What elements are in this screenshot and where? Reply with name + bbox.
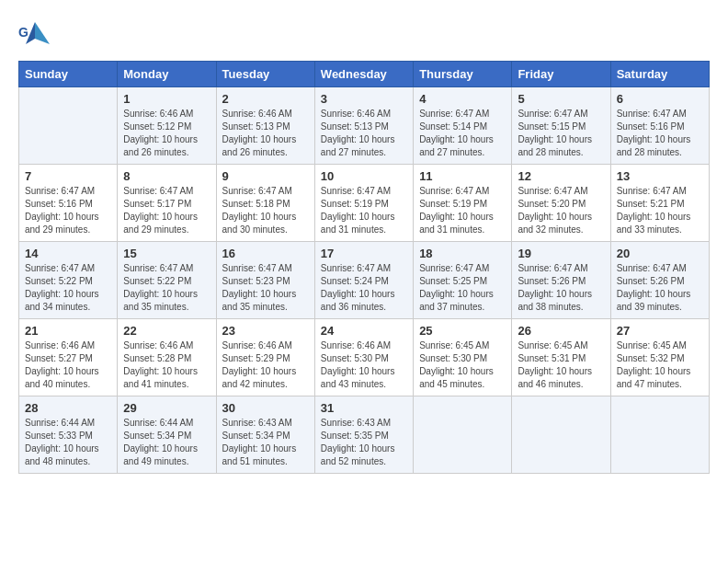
day-info: Sunrise: 6:47 AM Sunset: 5:26 PM Dayligh…: [617, 262, 703, 314]
day-number: 30: [222, 401, 309, 415]
day-number: 31: [321, 401, 407, 415]
day-number: 9: [222, 169, 309, 183]
calendar-cell: [610, 396, 709, 474]
day-number: 18: [419, 247, 506, 260]
calendar-cell: 26Sunrise: 6:45 AM Sunset: 5:31 PM Dayli…: [512, 319, 610, 396]
day-info: Sunrise: 6:47 AM Sunset: 5:18 PM Dayligh…: [222, 185, 309, 236]
calendar-week-row: 7Sunrise: 6:47 AM Sunset: 5:16 PM Daylig…: [19, 165, 710, 242]
day-number: 12: [518, 169, 604, 183]
calendar-header-friday: Friday: [512, 62, 610, 87]
day-number: 10: [321, 169, 407, 183]
calendar-header-sunday: Sunday: [19, 62, 118, 87]
calendar-cell: 23Sunrise: 6:46 AM Sunset: 5:29 PM Dayli…: [216, 319, 314, 396]
day-number: 8: [123, 169, 210, 183]
calendar-cell: 20Sunrise: 6:47 AM Sunset: 5:26 PM Dayli…: [610, 242, 709, 319]
calendar-cell: 30Sunrise: 6:43 AM Sunset: 5:34 PM Dayli…: [216, 396, 314, 474]
calendar-cell: 27Sunrise: 6:45 AM Sunset: 5:32 PM Dayli…: [610, 319, 709, 396]
calendar-cell: 14Sunrise: 6:47 AM Sunset: 5:22 PM Dayli…: [19, 242, 118, 319]
day-info: Sunrise: 6:47 AM Sunset: 5:17 PM Dayligh…: [123, 185, 210, 236]
calendar-cell: 22Sunrise: 6:46 AM Sunset: 5:28 PM Dayli…: [118, 319, 216, 396]
day-info: Sunrise: 6:47 AM Sunset: 5:16 PM Dayligh…: [617, 108, 703, 159]
calendar-cell: 13Sunrise: 6:47 AM Sunset: 5:21 PM Dayli…: [610, 165, 709, 242]
day-info: Sunrise: 6:47 AM Sunset: 5:21 PM Dayligh…: [617, 185, 703, 236]
day-number: 21: [25, 324, 111, 338]
calendar-cell: 16Sunrise: 6:47 AM Sunset: 5:23 PM Dayli…: [216, 242, 314, 319]
calendar-cell: 25Sunrise: 6:45 AM Sunset: 5:30 PM Dayli…: [414, 319, 512, 396]
calendar-cell: 29Sunrise: 6:44 AM Sunset: 5:34 PM Dayli…: [118, 396, 216, 474]
day-number: 26: [518, 324, 604, 338]
day-number: 7: [25, 169, 111, 183]
calendar-cell: 8Sunrise: 6:47 AM Sunset: 5:17 PM Daylig…: [118, 165, 216, 242]
calendar-header-saturday: Saturday: [610, 62, 709, 87]
logo: G: [18, 18, 55, 52]
day-info: Sunrise: 6:47 AM Sunset: 5:19 PM Dayligh…: [419, 185, 506, 236]
calendar-cell: 5Sunrise: 6:47 AM Sunset: 5:15 PM Daylig…: [512, 87, 610, 165]
day-info: Sunrise: 6:47 AM Sunset: 5:24 PM Dayligh…: [321, 262, 407, 314]
day-info: Sunrise: 6:46 AM Sunset: 5:12 PM Dayligh…: [123, 108, 210, 159]
calendar-header-wednesday: Wednesday: [314, 62, 413, 87]
calendar-cell: 19Sunrise: 6:47 AM Sunset: 5:26 PM Dayli…: [512, 242, 610, 319]
day-info: Sunrise: 6:43 AM Sunset: 5:35 PM Dayligh…: [321, 417, 407, 468]
day-info: Sunrise: 6:47 AM Sunset: 5:22 PM Dayligh…: [25, 262, 111, 314]
day-number: 17: [321, 247, 407, 260]
calendar-cell: 21Sunrise: 6:46 AM Sunset: 5:27 PM Dayli…: [19, 319, 118, 396]
calendar-week-row: 28Sunrise: 6:44 AM Sunset: 5:33 PM Dayli…: [19, 396, 710, 474]
day-number: 5: [518, 92, 604, 106]
day-info: Sunrise: 6:47 AM Sunset: 5:20 PM Dayligh…: [518, 185, 604, 236]
day-info: Sunrise: 6:46 AM Sunset: 5:27 PM Dayligh…: [25, 339, 111, 391]
day-info: Sunrise: 6:47 AM Sunset: 5:14 PM Dayligh…: [419, 108, 506, 159]
calendar-cell: 18Sunrise: 6:47 AM Sunset: 5:25 PM Dayli…: [414, 242, 512, 319]
calendar-cell: [414, 396, 512, 474]
day-info: Sunrise: 6:46 AM Sunset: 5:28 PM Dayligh…: [123, 339, 210, 391]
calendar-cell: 4Sunrise: 6:47 AM Sunset: 5:14 PM Daylig…: [414, 87, 512, 165]
calendar-cell: 3Sunrise: 6:46 AM Sunset: 5:13 PM Daylig…: [314, 87, 413, 165]
day-number: 28: [25, 401, 111, 415]
day-number: 24: [321, 324, 407, 338]
calendar-week-row: 21Sunrise: 6:46 AM Sunset: 5:27 PM Dayli…: [19, 319, 710, 396]
day-number: 11: [419, 169, 506, 183]
calendar-cell: 17Sunrise: 6:47 AM Sunset: 5:24 PM Dayli…: [314, 242, 413, 319]
day-number: 3: [321, 92, 407, 106]
day-number: 15: [123, 247, 210, 260]
day-info: Sunrise: 6:46 AM Sunset: 5:13 PM Dayligh…: [321, 108, 407, 159]
calendar-cell: 24Sunrise: 6:46 AM Sunset: 5:30 PM Dayli…: [314, 319, 413, 396]
calendar-cell: 28Sunrise: 6:44 AM Sunset: 5:33 PM Dayli…: [19, 396, 118, 474]
day-info: Sunrise: 6:44 AM Sunset: 5:34 PM Dayligh…: [123, 417, 210, 468]
day-number: 4: [419, 92, 506, 106]
day-number: 22: [123, 324, 210, 338]
calendar-cell: 6Sunrise: 6:47 AM Sunset: 5:16 PM Daylig…: [610, 87, 709, 165]
day-info: Sunrise: 6:47 AM Sunset: 5:22 PM Dayligh…: [123, 262, 210, 314]
day-number: 6: [617, 92, 703, 106]
calendar-cell: 2Sunrise: 6:46 AM Sunset: 5:13 PM Daylig…: [216, 87, 314, 165]
header: G: [18, 18, 710, 52]
calendar-cell: 11Sunrise: 6:47 AM Sunset: 5:19 PM Dayli…: [414, 165, 512, 242]
svg-text:G: G: [18, 25, 28, 40]
day-info: Sunrise: 6:47 AM Sunset: 5:16 PM Dayligh…: [25, 185, 111, 236]
day-number: 2: [222, 92, 309, 106]
day-info: Sunrise: 6:46 AM Sunset: 5:13 PM Dayligh…: [222, 108, 309, 159]
day-number: 20: [617, 247, 703, 260]
calendar-header-thursday: Thursday: [414, 62, 512, 87]
day-info: Sunrise: 6:44 AM Sunset: 5:33 PM Dayligh…: [25, 417, 111, 468]
day-number: 14: [25, 247, 111, 260]
day-number: 27: [617, 324, 703, 338]
day-number: 19: [518, 247, 604, 260]
day-info: Sunrise: 6:47 AM Sunset: 5:15 PM Dayligh…: [518, 108, 604, 159]
svg-marker-1: [35, 22, 50, 44]
calendar-cell: 7Sunrise: 6:47 AM Sunset: 5:16 PM Daylig…: [19, 165, 118, 242]
calendar-cell: 9Sunrise: 6:47 AM Sunset: 5:18 PM Daylig…: [216, 165, 314, 242]
calendar-table: SundayMondayTuesdayWednesdayThursdayFrid…: [18, 61, 710, 474]
day-info: Sunrise: 6:47 AM Sunset: 5:26 PM Dayligh…: [518, 262, 604, 314]
calendar-week-row: 14Sunrise: 6:47 AM Sunset: 5:22 PM Dayli…: [19, 242, 710, 319]
day-info: Sunrise: 6:45 AM Sunset: 5:31 PM Dayligh…: [518, 339, 604, 391]
calendar-cell: 12Sunrise: 6:47 AM Sunset: 5:20 PM Dayli…: [512, 165, 610, 242]
day-info: Sunrise: 6:47 AM Sunset: 5:19 PM Dayligh…: [321, 185, 407, 236]
day-info: Sunrise: 6:43 AM Sunset: 5:34 PM Dayligh…: [222, 417, 309, 468]
day-info: Sunrise: 6:47 AM Sunset: 5:25 PM Dayligh…: [419, 262, 506, 314]
calendar-cell: [512, 396, 610, 474]
day-info: Sunrise: 6:46 AM Sunset: 5:30 PM Dayligh…: [321, 339, 407, 391]
calendar-cell: 1Sunrise: 6:46 AM Sunset: 5:12 PM Daylig…: [118, 87, 216, 165]
calendar-cell: 10Sunrise: 6:47 AM Sunset: 5:19 PM Dayli…: [314, 165, 413, 242]
calendar-header-row: SundayMondayTuesdayWednesdayThursdayFrid…: [19, 62, 710, 87]
calendar-cell: 15Sunrise: 6:47 AM Sunset: 5:22 PM Dayli…: [118, 242, 216, 319]
